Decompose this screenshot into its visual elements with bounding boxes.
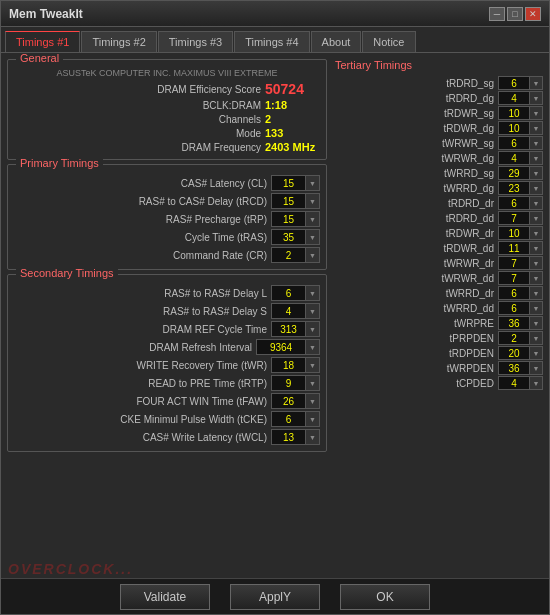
ok-button[interactable]: OK: [340, 584, 430, 610]
tert-arrow-8[interactable]: ▼: [530, 196, 543, 210]
tert-input-18[interactable]: [498, 346, 530, 360]
tert-input-13[interactable]: [498, 271, 530, 285]
tertiary-row-15: tWRRD_dd ▼: [333, 301, 543, 315]
secondary-input-3[interactable]: [256, 339, 306, 355]
tert-arrow-13[interactable]: ▼: [530, 271, 543, 285]
secondary-input-4[interactable]: [271, 357, 306, 373]
tert-arrow-16[interactable]: ▼: [530, 316, 543, 330]
bclk-value: 1:18: [265, 99, 320, 111]
primary-arrow-2[interactable]: ▼: [306, 211, 320, 227]
primary-label: Primary Timings: [16, 157, 103, 169]
primary-label-2: RAS# Precharge (tRP): [14, 214, 271, 225]
tert-input-16[interactable]: [498, 316, 530, 330]
tert-input-5[interactable]: [498, 151, 530, 165]
primary-arrow-0[interactable]: ▼: [306, 175, 320, 191]
tertiary-title: Tertiary Timings: [333, 59, 543, 71]
tab-about[interactable]: About: [311, 31, 362, 52]
secondary-arrow-7[interactable]: ▼: [306, 411, 320, 427]
tab-timings2[interactable]: Timings #2: [81, 31, 156, 52]
secondary-dropdown-4: ▼: [271, 357, 320, 373]
tert-input-20[interactable]: [498, 376, 530, 390]
minimize-button[interactable]: ─: [489, 7, 505, 21]
general-label: General: [16, 53, 63, 64]
secondary-dropdown-3: ▼: [256, 339, 320, 355]
tert-label-4: tWRWR_sg: [333, 138, 498, 149]
tert-input-12[interactable]: [498, 256, 530, 270]
secondary-arrow-5[interactable]: ▼: [306, 375, 320, 391]
tab-timings1[interactable]: Timings #1: [5, 31, 80, 52]
tert-arrow-10[interactable]: ▼: [530, 226, 543, 240]
primary-input-4[interactable]: [271, 247, 306, 263]
tert-input-2[interactable]: [498, 106, 530, 120]
tert-label-15: tWRRD_dd: [333, 303, 498, 314]
secondary-arrow-8[interactable]: ▼: [306, 429, 320, 445]
primary-input-2[interactable]: [271, 211, 306, 227]
secondary-input-7[interactable]: [271, 411, 306, 427]
tab-timings3[interactable]: Timings #3: [158, 31, 233, 52]
secondary-input-1[interactable]: [271, 303, 306, 319]
tert-input-7[interactable]: [498, 181, 530, 195]
tert-input-11[interactable]: [498, 241, 530, 255]
primary-arrow-3[interactable]: ▼: [306, 229, 320, 245]
dram-score-row: DRAM Efficiency Score 50724: [14, 81, 320, 97]
tert-input-14[interactable]: [498, 286, 530, 300]
tert-arrow-7[interactable]: ▼: [530, 181, 543, 195]
tert-label-9: tRDRD_dd: [333, 213, 498, 224]
primary-input-1[interactable]: [271, 193, 306, 209]
tert-arrow-11[interactable]: ▼: [530, 241, 543, 255]
secondary-row-2: DRAM REF Cycle Time ▼: [14, 321, 320, 337]
tert-arrow-3[interactable]: ▼: [530, 121, 543, 135]
tert-arrow-18[interactable]: ▼: [530, 346, 543, 360]
tert-input-1[interactable]: [498, 91, 530, 105]
tert-input-0[interactable]: [498, 76, 530, 90]
tert-input-15[interactable]: [498, 301, 530, 315]
secondary-input-6[interactable]: [271, 393, 306, 409]
tert-input-4[interactable]: [498, 136, 530, 150]
secondary-input-0[interactable]: [271, 285, 306, 301]
secondary-input-8[interactable]: [271, 429, 306, 445]
secondary-arrow-4[interactable]: ▼: [306, 357, 320, 373]
tert-arrow-15[interactable]: ▼: [530, 301, 543, 315]
primary-arrow-4[interactable]: ▼: [306, 247, 320, 263]
tert-arrow-9[interactable]: ▼: [530, 211, 543, 225]
secondary-input-2[interactable]: [271, 321, 306, 337]
tert-input-8[interactable]: [498, 196, 530, 210]
primary-input-0[interactable]: [271, 175, 306, 191]
primary-arrow-1[interactable]: ▼: [306, 193, 320, 209]
tert-arrow-6[interactable]: ▼: [530, 166, 543, 180]
tert-input-3[interactable]: [498, 121, 530, 135]
tertiary-row-0: tRDRD_sg ▼: [333, 76, 543, 90]
tert-arrow-1[interactable]: ▼: [530, 91, 543, 105]
primary-row-3: Cycle Time (tRAS) ▼: [14, 229, 320, 245]
tertiary-row-17: tPRPDEN ▼: [333, 331, 543, 345]
secondary-arrow-3[interactable]: ▼: [306, 339, 320, 355]
apply-button[interactable]: ApplY: [230, 584, 320, 610]
secondary-arrow-6[interactable]: ▼: [306, 393, 320, 409]
secondary-input-5[interactable]: [271, 375, 306, 391]
close-button[interactable]: ✕: [525, 7, 541, 21]
tab-timings4[interactable]: Timings #4: [234, 31, 309, 52]
tert-arrow-17[interactable]: ▼: [530, 331, 543, 345]
tert-arrow-5[interactable]: ▼: [530, 151, 543, 165]
tab-notice[interactable]: Notice: [362, 31, 415, 52]
tert-arrow-0[interactable]: ▼: [530, 76, 543, 90]
secondary-arrow-0[interactable]: ▼: [306, 285, 320, 301]
tertiary-row-4: tWRWR_sg ▼: [333, 136, 543, 150]
tert-arrow-14[interactable]: ▼: [530, 286, 543, 300]
primary-input-3[interactable]: [271, 229, 306, 245]
tert-input-9[interactable]: [498, 211, 530, 225]
maximize-button[interactable]: □: [507, 7, 523, 21]
validate-button[interactable]: Validate: [120, 584, 210, 610]
tert-input-19[interactable]: [498, 361, 530, 375]
tert-input-6[interactable]: [498, 166, 530, 180]
tert-arrow-19[interactable]: ▼: [530, 361, 543, 375]
secondary-arrow-1[interactable]: ▼: [306, 303, 320, 319]
tert-input-17[interactable]: [498, 331, 530, 345]
tert-input-10[interactable]: [498, 226, 530, 240]
mode-value: 133: [265, 127, 320, 139]
tert-arrow-2[interactable]: ▼: [530, 106, 543, 120]
tert-arrow-12[interactable]: ▼: [530, 256, 543, 270]
tert-arrow-4[interactable]: ▼: [530, 136, 543, 150]
secondary-arrow-2[interactable]: ▼: [306, 321, 320, 337]
tert-arrow-20[interactable]: ▼: [530, 376, 543, 390]
